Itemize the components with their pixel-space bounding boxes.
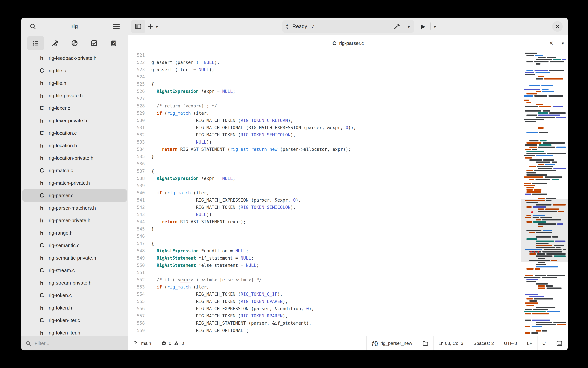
file-row-rig-location.c[interactable]: Crig-location.c — [22, 127, 127, 139]
omnibar-button[interactable]: ▴▾ Ready ✓ ▾ — [282, 20, 414, 33]
file-row-rig-lexer-private.h[interactable]: hrig-lexer-private.h — [22, 114, 127, 127]
code-line-532[interactable]: 532 RIG_MATCH_TOKEN (RIG_TOKEN_SEMICOLON… — [128, 131, 521, 138]
code-line-539[interactable]: 539 — [128, 182, 521, 189]
file-row-rig-token-iter.c[interactable]: Crig-token-iter.c — [22, 314, 127, 327]
code-line-521[interactable]: 521 — [128, 52, 521, 59]
file-row-rig-location.h[interactable]: hrig-location.h — [22, 139, 127, 152]
run-options-caret-icon[interactable]: ▾ — [434, 24, 436, 29]
code-line-530[interactable]: 530 RIG_MATCH_TOKEN (RIG_TOKEN_C_RETURN)… — [128, 117, 521, 124]
h-file-icon: h — [39, 155, 45, 161]
diagnostics-indicator[interactable]: 0 0 — [156, 336, 189, 350]
line-ending-setting[interactable]: LF — [522, 336, 538, 350]
code-line-551[interactable]: 551 — [128, 269, 521, 276]
tab-list-caret-icon[interactable]: ▾ — [562, 41, 564, 46]
code-line-528[interactable]: 528 /* return [<expr>] ; */ — [128, 102, 521, 110]
code-line-559[interactable]: 559 RIG_MATCH_OPTIONAL ( — [128, 327, 521, 334]
file-row-rig-token-iter.h[interactable]: hrig-token-iter.h — [22, 327, 127, 336]
file-row-rig-parser.c[interactable]: Crig-parser.c — [22, 189, 127, 202]
current-symbol[interactable]: ƒ{} rig_parser_new — [366, 336, 417, 350]
sidebar-tab-documentation[interactable]: D — [105, 36, 122, 50]
code-line-540[interactable]: 540 if (rig_match (iter, — [128, 189, 521, 196]
file-row-rig-semantic.c[interactable]: Crig-semantic.c — [22, 239, 127, 252]
code-line-555[interactable]: 555 RIG_MATCH_TOKEN (RIG_TOKEN_LPAREN), — [128, 298, 521, 305]
search-button[interactable] — [26, 19, 40, 33]
file-row-rig-feedback-private.h[interactable]: hrig-feedback-private.h — [22, 52, 127, 64]
source-view[interactable]: 521522g_assert (parser != NULL);523g_ass… — [128, 51, 521, 336]
sidebar-tab-project-tree[interactable] — [27, 36, 44, 50]
filter-input[interactable] — [34, 340, 124, 346]
file-row-rig-stream-private.h[interactable]: hrig-stream-private.h — [22, 277, 127, 289]
indentation-setting[interactable]: Spaces: 2 — [468, 336, 499, 350]
language-setting[interactable]: C — [538, 336, 551, 350]
code-line-524[interactable]: 524 — [128, 73, 521, 81]
line-number: 540 — [128, 189, 145, 196]
minimap-viewport[interactable] — [521, 199, 568, 262]
code-line-560[interactable]: 560 RIG_MATCH_AND ( — [128, 334, 521, 336]
cursor-position[interactable]: Ln 68, Col 3 — [434, 336, 468, 350]
branch-indicator[interactable]: main — [128, 336, 156, 350]
file-row-rig-semantic-private.h[interactable]: hrig-semantic-private.h — [22, 252, 127, 264]
file-row-rig-parser-matchers.h[interactable]: hrig-parser-matchers.h — [22, 202, 127, 214]
file-row-rig-token.c[interactable]: Crig-token.c — [22, 289, 127, 302]
code-line-553[interactable]: 553 if (rig_match (iter, — [128, 283, 521, 291]
code-line-543[interactable]: 543 NULL)) — [128, 211, 521, 218]
new-tab-caret-icon[interactable]: ▾ — [156, 24, 158, 29]
toggle-sidebar-button[interactable] — [131, 19, 145, 33]
errors-icon — [161, 341, 166, 346]
file-row-rig-match-private.h[interactable]: hrig-match-private.h — [22, 177, 127, 189]
menu-button[interactable] — [109, 19, 123, 33]
code-line-558[interactable]: 558 RIG_MATCH_STATEMENT (parser, &if_sta… — [128, 320, 521, 327]
toggle-bottom-panel-button[interactable] — [551, 336, 568, 350]
code-line-544[interactable]: 544 return RIG_AST_STATEMENT (expr); — [128, 218, 521, 225]
build-hammer-icon[interactable] — [394, 23, 401, 30]
sidebar-tab-todo[interactable] — [86, 36, 103, 50]
file-row-rig-file.h[interactable]: hrig-file.h — [22, 77, 127, 89]
code-line-541[interactable]: 541 RIG_MATCH_EXPRESSION (parser, &expr,… — [128, 196, 521, 204]
encoding-setting[interactable]: UTF-8 — [499, 336, 522, 350]
file-row-rig-lexer.c[interactable]: Crig-lexer.c — [22, 102, 127, 114]
code-line-526[interactable]: 526 RigAstExpression *expr = NULL; — [128, 88, 521, 95]
code-line-546[interactable]: 546 — [128, 233, 521, 240]
code-line-554[interactable]: 554 RIG_MATCH_TOKEN (RIG_TOKEN_C_IF), — [128, 291, 521, 298]
filter-search-icon — [25, 340, 31, 346]
file-row-rig-match.c[interactable]: Crig-match.c — [22, 164, 127, 177]
code-line-534[interactable]: 534 return RIG_AST_STATEMENT (rig_ast_re… — [128, 146, 521, 153]
new-tab-button[interactable]: + — [145, 19, 156, 33]
code-line-545[interactable]: 545} — [128, 225, 521, 233]
code-line-523[interactable]: 523g_assert (iter != NULL); — [128, 66, 521, 73]
code-line-550[interactable]: 550 RigAstStatement *else_statement = NU… — [128, 262, 521, 269]
code-line-548[interactable]: 548 RigAstExpression *condition = NULL; — [128, 247, 521, 255]
sidebar-tab-profiler[interactable] — [66, 36, 83, 50]
code-line-529[interactable]: 529 if (rig_match (iter, — [128, 110, 521, 117]
file-row-rig-location-private.h[interactable]: hrig-location-private.h — [22, 152, 127, 164]
code-line-538[interactable]: 538 RigAstExpression *expr = NULL; — [128, 175, 521, 182]
code-line-531[interactable]: 531 RIG_MATCH_OPTIONAL (RIG_MATCH_EXPRES… — [128, 124, 521, 131]
file-row-rig-parser-private.h[interactable]: hrig-parser-private.h — [22, 214, 127, 227]
code-line-533[interactable]: 533 NULL)) — [128, 138, 521, 146]
code-line-527[interactable]: 527 — [128, 95, 521, 102]
minimap[interactable] — [521, 51, 568, 336]
code-line-525[interactable]: 525{ — [128, 81, 521, 88]
code-line-547[interactable]: 547{ — [128, 240, 521, 247]
code-line-537[interactable]: 537{ — [128, 167, 521, 175]
code-line-549[interactable]: 549 RigAstStatement *if_statement = NULL… — [128, 255, 521, 262]
run-button[interactable]: ▶ — [419, 23, 427, 30]
code-line-536[interactable]: 536 — [128, 160, 521, 167]
tab-rig-parser[interactable]: C rig-parser.c — [332, 40, 364, 46]
code-line-522[interactable]: 522g_assert (parser != NULL); — [128, 59, 521, 66]
sidebar-tab-build-issues[interactable] — [47, 36, 64, 50]
code-line-556[interactable]: 556 RIG_MATCH_EXPRESSION (parser, &condi… — [128, 305, 521, 312]
code-line-552[interactable]: 552 /* if ( <expr> ) <stmt> [else <stmt>… — [128, 276, 521, 283]
file-row-rig-file.c[interactable]: Crig-file.c — [22, 64, 127, 77]
file-row-rig-stream.c[interactable]: Crig-stream.c — [22, 264, 127, 277]
code-line-542[interactable]: 542 RIG_MATCH_TOKEN (RIG_TOKEN_SEMICOLON… — [128, 204, 521, 211]
file-row-rig-range.h[interactable]: hrig-range.h — [22, 227, 127, 239]
close-window-button[interactable]: ✕ — [552, 21, 563, 32]
file-row-rig-file-private.h[interactable]: hrig-file-private.h — [22, 89, 127, 102]
file-row-rig-token.h[interactable]: hrig-token.h — [22, 302, 127, 314]
build-options-caret-icon[interactable]: ▾ — [407, 24, 410, 29]
project-folder-button[interactable] — [417, 336, 434, 350]
code-line-557[interactable]: 557 RIG_MATCH_TOKEN (RIG_TOKEN_RPAREN), — [128, 312, 521, 320]
close-tab-icon[interactable]: ✕ — [549, 40, 553, 46]
code-line-535[interactable]: 535} — [128, 153, 521, 160]
